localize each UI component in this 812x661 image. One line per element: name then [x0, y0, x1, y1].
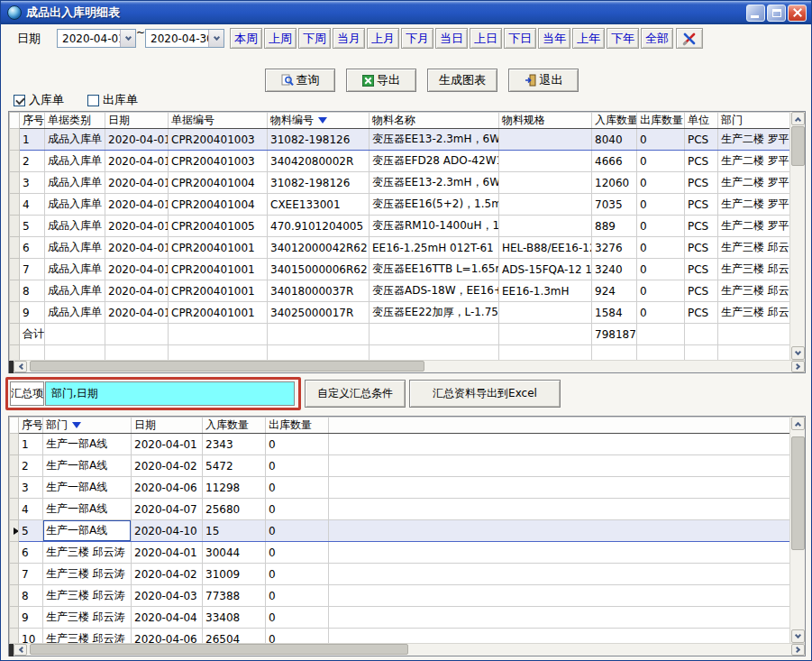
- table-cell[interactable]: 0: [637, 259, 685, 280]
- table-cell[interactable]: 成品入库单: [45, 259, 105, 280]
- table-cell[interactable]: 2020-04-01: [132, 434, 203, 455]
- summary-export-excel-button[interactable]: 汇总资料导出到Excel: [409, 380, 561, 408]
- minimize-button[interactable]: [746, 5, 765, 22]
- table-cell[interactable]: 生产一部A线: [43, 477, 132, 499]
- table-cell[interactable]: 成品入库单: [45, 151, 105, 172]
- table-cell[interactable]: [499, 151, 592, 172]
- table-cell[interactable]: CPR200401001: [169, 259, 268, 280]
- table-cell[interactable]: 2020-04-01: [105, 302, 169, 324]
- query-button[interactable]: 查询: [265, 69, 335, 92]
- quick-range-button[interactable]: 下月: [401, 28, 433, 49]
- date-from-combobox[interactable]: 2020-04-01: [57, 29, 136, 48]
- column-header[interactable]: 物料名称: [370, 113, 499, 129]
- column-header[interactable]: 入库数量: [592, 113, 637, 129]
- close-button[interactable]: [788, 5, 807, 22]
- row-selector[interactable]: [10, 129, 20, 151]
- table-cell[interactable]: PCS: [685, 172, 718, 194]
- table-row[interactable]: 9成品入库单2020-04-01CPR20040100134025000017R…: [10, 302, 790, 324]
- column-header[interactable]: 日期: [132, 418, 203, 434]
- table-cell[interactable]: 变压器EE13-2.3mH，6W，: [370, 172, 499, 194]
- scrollbar-thumb[interactable]: [791, 436, 805, 550]
- table-cell[interactable]: 2020-04-01: [105, 172, 169, 194]
- scroll-down-button[interactable]: [791, 629, 805, 643]
- row-selector[interactable]: [10, 520, 19, 542]
- table-cell[interactable]: CPR200401003: [169, 129, 268, 151]
- table-row[interactable]: 1生产一部A线2020-04-0123430: [10, 434, 790, 455]
- table-cell[interactable]: 1: [19, 434, 43, 455]
- table-cell[interactable]: 5: [20, 216, 45, 237]
- table-cell[interactable]: 0: [266, 434, 329, 455]
- column-header[interactable]: 部门: [718, 113, 790, 129]
- detail-horizontal-scrollbar[interactable]: [9, 360, 805, 372]
- scrollbar-thumb[interactable]: [30, 361, 424, 372]
- table-cell[interactable]: 2020-04-01: [105, 237, 169, 259]
- table-cell[interactable]: 0: [266, 542, 329, 564]
- table-cell[interactable]: 1: [20, 129, 45, 151]
- scroll-right-button[interactable]: [791, 361, 805, 372]
- table-cell[interactable]: PCS: [685, 280, 718, 302]
- column-header[interactable]: 单据编号: [169, 113, 268, 129]
- table-cell[interactable]: CPR200401001: [169, 280, 268, 302]
- detail-vertical-scrollbar[interactable]: [789, 112, 805, 360]
- table-cell[interactable]: CPR200401004: [169, 172, 268, 194]
- row-selector[interactable]: [10, 151, 20, 172]
- table-cell[interactable]: 10: [19, 629, 43, 644]
- table-row[interactable]: 6生产三楼 邱云涛2020-04-01300440: [10, 542, 790, 564]
- column-header[interactable]: 序号: [20, 113, 45, 129]
- quick-range-button[interactable]: 上月: [367, 28, 399, 49]
- row-selector[interactable]: [10, 477, 19, 499]
- make-chart-button[interactable]: 生成图表: [427, 69, 497, 92]
- table-row[interactable]: 4成品入库单2020-04-01CPR200401004CXEE133001变压…: [10, 194, 790, 216]
- table-cell[interactable]: HEL-B88/EE16-12: [499, 237, 592, 259]
- table-cell[interactable]: 0: [266, 477, 329, 499]
- table-cell[interactable]: 3: [19, 477, 43, 499]
- table-cell[interactable]: 34042080002R: [268, 151, 370, 172]
- table-row[interactable]: 7生产三楼 邱云涛2020-04-02310090: [10, 564, 790, 585]
- summary-vertical-scrollbar[interactable]: [789, 417, 805, 643]
- row-selector[interactable]: [10, 216, 20, 237]
- table-cell[interactable]: 生产三楼 邱云涛: [43, 607, 132, 629]
- column-header[interactable]: 出库数量: [637, 113, 685, 129]
- column-header[interactable]: 出库数量: [266, 418, 329, 434]
- table-cell[interactable]: 生产一部A线: [43, 455, 132, 477]
- date-to-dropdown-button[interactable]: [208, 30, 224, 47]
- table-cell[interactable]: 生产二楼 罗平: [718, 172, 790, 194]
- table-cell[interactable]: 0: [266, 607, 329, 629]
- table-cell[interactable]: 2020-04-02: [132, 455, 203, 477]
- table-cell[interactable]: 31082-198126: [268, 129, 370, 151]
- table-cell[interactable]: 0: [266, 564, 329, 585]
- table-cell[interactable]: CPR200401004: [169, 194, 268, 216]
- quick-range-button[interactable]: 本周: [230, 28, 262, 49]
- table-cell[interactable]: 0: [266, 499, 329, 520]
- table-row[interactable]: 9生产三楼 邱云涛2020-04-04334080: [10, 607, 790, 629]
- table-cell[interactable]: 变压器RM10-1400uH，15: [370, 216, 499, 237]
- table-cell[interactable]: EE16-1.3mH: [499, 280, 592, 302]
- table-row[interactable]: 2成品入库单2020-04-01CPR20040100334042080002R…: [10, 151, 790, 172]
- table-cell[interactable]: 11298: [203, 477, 266, 499]
- table-cell[interactable]: [499, 216, 592, 237]
- scroll-down-button[interactable]: [791, 346, 805, 360]
- table-cell[interactable]: 5472: [203, 455, 266, 477]
- table-row[interactable]: 10生产三楼 邱云涛2020-04-06265040: [10, 629, 790, 644]
- table-cell[interactable]: PCS: [685, 237, 718, 259]
- outbound-checkbox[interactable]: [87, 95, 99, 106]
- table-cell[interactable]: 12060: [592, 172, 637, 194]
- table-row[interactable]: 1成品入库单2020-04-01CPR20040100331082-198126…: [10, 129, 790, 151]
- table-cell[interactable]: 2343: [203, 434, 266, 455]
- table-cell[interactable]: 0: [637, 129, 685, 151]
- table-cell[interactable]: 成品入库单: [45, 194, 105, 216]
- table-cell[interactable]: 9: [20, 302, 45, 324]
- table-cell[interactable]: 30044: [203, 542, 266, 564]
- table-cell[interactable]: 6: [19, 542, 43, 564]
- table-row[interactable]: 8生产三楼 邱云涛2020-04-03773880: [10, 585, 790, 607]
- table-cell[interactable]: 生产三楼 邱云涛: [718, 259, 790, 280]
- row-selector[interactable]: [10, 280, 20, 302]
- table-cell[interactable]: CPR200401005: [169, 216, 268, 237]
- table-cell[interactable]: [499, 302, 592, 324]
- row-selector[interactable]: [10, 237, 20, 259]
- table-cell[interactable]: 9: [19, 607, 43, 629]
- table-cell[interactable]: 生产二楼 罗平: [718, 151, 790, 172]
- table-cell[interactable]: 7: [20, 259, 45, 280]
- table-cell[interactable]: CPR200401003: [169, 151, 268, 172]
- table-cell[interactable]: 4: [19, 499, 43, 520]
